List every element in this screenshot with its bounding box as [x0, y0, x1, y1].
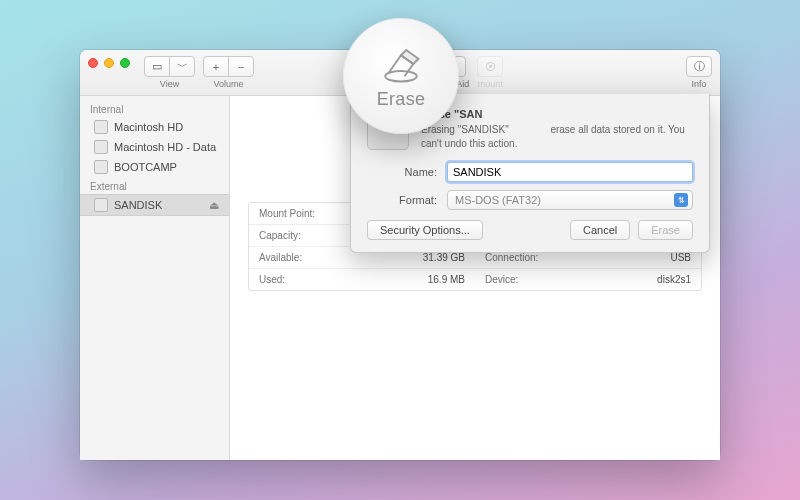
sidebar-header-internal: Internal	[80, 100, 229, 117]
security-options-button[interactable]: Security Options...	[367, 220, 483, 240]
sidebar-item-label: SANDISK	[114, 199, 162, 211]
magnifier-overlay: Erase	[343, 18, 459, 134]
mount-group: ⦿ mount	[477, 56, 503, 89]
sidebar-header-external: External	[80, 177, 229, 194]
volume-group: + − Volume	[203, 56, 254, 89]
volume-remove-button[interactable]: −	[228, 56, 254, 77]
sidebar-item-macintosh-hd[interactable]: Macintosh HD	[80, 117, 229, 137]
minimize-icon[interactable]	[104, 58, 114, 68]
info-button[interactable]: ⓘ	[686, 56, 712, 77]
mount-label: mount	[478, 79, 503, 89]
name-row: Name:	[367, 162, 693, 182]
erase-button[interactable]: Erase	[638, 220, 693, 240]
volume-add-button[interactable]: +	[203, 56, 229, 77]
sidebar-item-label: Macintosh HD - Data	[114, 141, 216, 153]
erase-icon	[380, 43, 422, 85]
close-icon[interactable]	[88, 58, 98, 68]
disk-icon	[94, 198, 108, 212]
volume-label: Volume	[213, 79, 243, 89]
dialog-description: Erasing "SANDISK" erase all data stored …	[421, 123, 693, 150]
info-row-used: Used:16.9 MB	[249, 268, 475, 290]
view-dropdown-button[interactable]: ﹀	[169, 56, 195, 77]
sidebar-item-label: BOOTCAMP	[114, 161, 177, 173]
disk-icon	[94, 120, 108, 134]
disk-icon	[94, 140, 108, 154]
sidebar-item-sandisk[interactable]: SANDISK ⏏	[80, 194, 229, 216]
window-body: Internal Macintosh HD Macintosh HD - Dat…	[80, 96, 720, 460]
info-label: Info	[692, 79, 707, 89]
info-row-device: Device:disk2s1	[475, 268, 701, 290]
sidebar-item-macintosh-hd-data[interactable]: Macintosh HD - Data	[80, 137, 229, 157]
sidebar-item-label: Macintosh HD	[114, 121, 183, 133]
zoom-icon[interactable]	[120, 58, 130, 68]
chevron-updown-icon: ⇅	[674, 193, 688, 207]
name-label: Name:	[367, 166, 437, 178]
magnifier-label: Erase	[377, 89, 426, 110]
view-group: ▭ ﹀ View	[144, 56, 195, 89]
mount-button[interactable]: ⦿	[477, 56, 503, 77]
eject-icon[interactable]: ⏏	[209, 199, 219, 212]
main-panel: 31.41 GB Mount Point:/Volumes/SANDISK Ty…	[230, 96, 720, 460]
sidebar-item-bootcamp[interactable]: BOOTCAMP	[80, 157, 229, 177]
dialog-title: Erase "SAN	[421, 108, 693, 120]
info-group: ⓘ Info	[686, 56, 712, 89]
cancel-button[interactable]: Cancel	[570, 220, 630, 240]
view-mode-button[interactable]: ▭	[144, 56, 170, 77]
sidebar: Internal Macintosh HD Macintosh HD - Dat…	[80, 96, 230, 460]
view-label: View	[160, 79, 179, 89]
window-controls	[88, 56, 130, 68]
format-value: MS-DOS (FAT32)	[455, 194, 541, 206]
format-row: Format: MS-DOS (FAT32) ⇅	[367, 190, 693, 210]
format-label: Format:	[367, 194, 437, 206]
format-select[interactable]: MS-DOS (FAT32) ⇅	[447, 190, 693, 210]
name-input[interactable]	[447, 162, 693, 182]
disk-icon	[94, 160, 108, 174]
